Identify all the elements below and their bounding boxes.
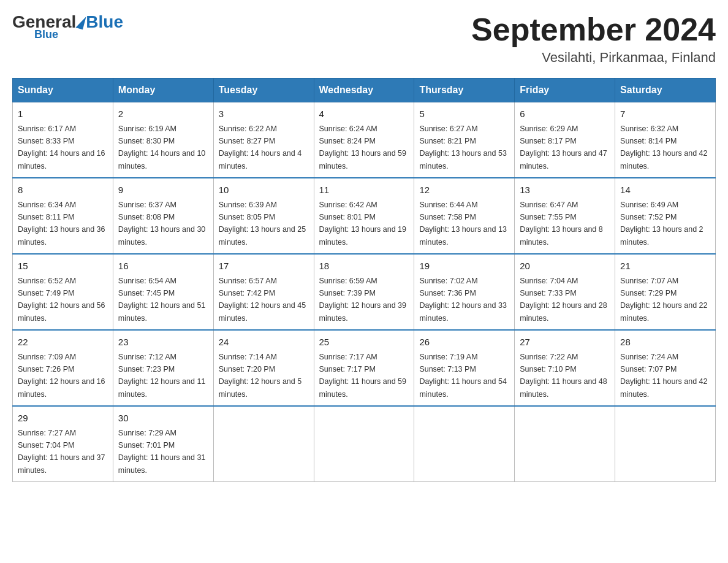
weekday-header-friday: Friday [515, 79, 615, 102]
day-info: Sunrise: 6:22 AMSunset: 8:27 PMDaylight:… [219, 124, 302, 170]
calendar-cell: 12 Sunrise: 6:44 AMSunset: 7:58 PMDaylig… [414, 178, 515, 254]
calendar-cell: 14 Sunrise: 6:49 AMSunset: 7:52 PMDaylig… [615, 178, 716, 254]
day-number: 24 [219, 335, 309, 350]
calendar-cell: 17 Sunrise: 6:57 AMSunset: 7:42 PMDaylig… [213, 254, 314, 330]
day-info: Sunrise: 7:24 AMSunset: 7:07 PMDaylight:… [620, 353, 707, 399]
calendar-cell: 18 Sunrise: 6:59 AMSunset: 7:39 PMDaylig… [314, 254, 414, 330]
day-info: Sunrise: 6:37 AMSunset: 8:08 PMDaylight:… [118, 201, 205, 247]
calendar-week-row: 1 Sunrise: 6:17 AMSunset: 8:33 PMDayligh… [13, 102, 716, 178]
day-info: Sunrise: 6:47 AMSunset: 7:55 PMDaylight:… [520, 201, 603, 247]
day-info: Sunrise: 6:49 AMSunset: 7:52 PMDaylight:… [620, 201, 703, 247]
calendar-cell: 26 Sunrise: 7:19 AMSunset: 7:13 PMDaylig… [414, 330, 515, 406]
day-info: Sunrise: 7:02 AMSunset: 7:36 PMDaylight:… [419, 277, 506, 323]
day-number: 14 [620, 183, 710, 197]
day-number: 18 [319, 259, 409, 274]
logo-blue-text: Blue [86, 12, 123, 32]
day-number: 10 [219, 183, 309, 197]
calendar-cell: 27 Sunrise: 7:22 AMSunset: 7:10 PMDaylig… [515, 330, 615, 406]
day-number: 4 [319, 107, 409, 121]
day-info: Sunrise: 7:14 AMSunset: 7:20 PMDaylight:… [219, 353, 302, 399]
day-info: Sunrise: 6:32 AMSunset: 8:14 PMDaylight:… [620, 124, 707, 170]
month-title: September 2024 [471, 12, 716, 47]
calendar-cell: 15 Sunrise: 6:52 AMSunset: 7:49 PMDaylig… [13, 254, 113, 330]
calendar-cell: 1 Sunrise: 6:17 AMSunset: 8:33 PMDayligh… [13, 102, 113, 178]
calendar-week-row: 8 Sunrise: 6:34 AMSunset: 8:11 PMDayligh… [13, 178, 716, 254]
day-number: 11 [319, 183, 409, 197]
day-info: Sunrise: 6:27 AMSunset: 8:21 PMDaylight:… [419, 124, 506, 170]
day-number: 30 [118, 412, 208, 426]
calendar-cell [314, 406, 414, 482]
day-number: 12 [419, 183, 509, 197]
calendar-week-row: 15 Sunrise: 6:52 AMSunset: 7:49 PMDaylig… [13, 254, 716, 330]
logo-underline: Blue [34, 28, 58, 41]
calendar-cell: 7 Sunrise: 6:32 AMSunset: 8:14 PMDayligh… [615, 102, 716, 178]
day-number: 13 [520, 183, 610, 197]
day-number: 22 [18, 335, 108, 350]
calendar-week-row: 29 Sunrise: 7:27 AMSunset: 7:04 PMDaylig… [13, 406, 716, 482]
calendar-cell [515, 406, 615, 482]
day-info: Sunrise: 7:22 AMSunset: 7:10 PMDaylight:… [520, 353, 607, 399]
day-info: Sunrise: 6:42 AMSunset: 8:01 PMDaylight:… [319, 201, 406, 247]
calendar-cell: 13 Sunrise: 6:47 AMSunset: 7:55 PMDaylig… [515, 178, 615, 254]
day-number: 8 [18, 183, 108, 197]
day-number: 3 [219, 107, 309, 121]
page-header: General Blue Blue September 2024 Vesilah… [12, 12, 716, 66]
calendar-cell: 25 Sunrise: 7:17 AMSunset: 7:17 PMDaylig… [314, 330, 414, 406]
calendar-cell: 2 Sunrise: 6:19 AMSunset: 8:30 PMDayligh… [113, 102, 213, 178]
calendar-cell: 6 Sunrise: 6:29 AMSunset: 8:17 PMDayligh… [515, 102, 615, 178]
calendar-cell: 11 Sunrise: 6:42 AMSunset: 8:01 PMDaylig… [314, 178, 414, 254]
day-info: Sunrise: 6:57 AMSunset: 7:42 PMDaylight:… [219, 277, 306, 323]
calendar-cell: 10 Sunrise: 6:39 AMSunset: 8:05 PMDaylig… [213, 178, 314, 254]
day-info: Sunrise: 6:29 AMSunset: 8:17 PMDaylight:… [520, 124, 607, 170]
day-info: Sunrise: 6:17 AMSunset: 8:33 PMDaylight:… [18, 124, 105, 170]
day-number: 27 [520, 335, 610, 350]
day-info: Sunrise: 6:52 AMSunset: 7:49 PMDaylight:… [18, 277, 105, 323]
day-info: Sunrise: 6:44 AMSunset: 7:58 PMDaylight:… [419, 201, 506, 247]
weekday-header-wednesday: Wednesday [314, 79, 414, 102]
day-number: 7 [620, 107, 710, 121]
day-number: 15 [18, 259, 108, 274]
day-number: 20 [520, 259, 610, 274]
calendar-cell: 19 Sunrise: 7:02 AMSunset: 7:36 PMDaylig… [414, 254, 515, 330]
day-info: Sunrise: 7:29 AMSunset: 7:01 PMDaylight:… [118, 429, 205, 475]
day-number: 16 [118, 259, 208, 274]
calendar-cell: 16 Sunrise: 6:54 AMSunset: 7:45 PMDaylig… [113, 254, 213, 330]
calendar-cell: 30 Sunrise: 7:29 AMSunset: 7:01 PMDaylig… [113, 406, 213, 482]
weekday-header-thursday: Thursday [414, 79, 515, 102]
calendar-cell [213, 406, 314, 482]
calendar-cell: 28 Sunrise: 7:24 AMSunset: 7:07 PMDaylig… [615, 330, 716, 406]
day-number: 5 [419, 107, 509, 121]
weekday-header-tuesday: Tuesday [213, 79, 314, 102]
day-info: Sunrise: 6:39 AMSunset: 8:05 PMDaylight:… [219, 201, 306, 247]
day-info: Sunrise: 6:59 AMSunset: 7:39 PMDaylight:… [319, 277, 406, 323]
day-info: Sunrise: 7:07 AMSunset: 7:29 PMDaylight:… [620, 277, 707, 323]
day-number: 19 [419, 259, 509, 274]
day-number: 28 [620, 335, 710, 350]
calendar-table: SundayMondayTuesdayWednesdayThursdayFrid… [12, 78, 716, 482]
day-info: Sunrise: 6:19 AMSunset: 8:30 PMDaylight:… [118, 124, 205, 170]
calendar-cell: 24 Sunrise: 7:14 AMSunset: 7:20 PMDaylig… [213, 330, 314, 406]
day-number: 26 [419, 335, 509, 350]
calendar-cell: 9 Sunrise: 6:37 AMSunset: 8:08 PMDayligh… [113, 178, 213, 254]
calendar-cell: 3 Sunrise: 6:22 AMSunset: 8:27 PMDayligh… [213, 102, 314, 178]
calendar-cell [414, 406, 515, 482]
day-number: 9 [118, 183, 208, 197]
day-info: Sunrise: 7:17 AMSunset: 7:17 PMDaylight:… [319, 353, 406, 399]
calendar-cell: 21 Sunrise: 7:07 AMSunset: 7:29 PMDaylig… [615, 254, 716, 330]
day-info: Sunrise: 7:27 AMSunset: 7:04 PMDaylight:… [18, 429, 105, 475]
day-number: 29 [18, 412, 108, 426]
day-number: 17 [219, 259, 309, 274]
calendar-cell [615, 406, 716, 482]
day-info: Sunrise: 7:09 AMSunset: 7:26 PMDaylight:… [18, 353, 105, 399]
weekday-header-row: SundayMondayTuesdayWednesdayThursdayFrid… [13, 79, 716, 102]
day-info: Sunrise: 6:34 AMSunset: 8:11 PMDaylight:… [18, 201, 105, 247]
day-number: 6 [520, 107, 610, 121]
title-section: September 2024 Vesilahti, Pirkanmaa, Fin… [471, 12, 716, 66]
logo-triangle-icon [76, 15, 86, 29]
weekday-header-monday: Monday [113, 79, 213, 102]
day-info: Sunrise: 7:12 AMSunset: 7:23 PMDaylight:… [118, 353, 205, 399]
calendar-cell: 5 Sunrise: 6:27 AMSunset: 8:21 PMDayligh… [414, 102, 515, 178]
day-number: 2 [118, 107, 208, 121]
calendar-cell: 20 Sunrise: 7:04 AMSunset: 7:33 PMDaylig… [515, 254, 615, 330]
calendar-cell: 22 Sunrise: 7:09 AMSunset: 7:26 PMDaylig… [13, 330, 113, 406]
